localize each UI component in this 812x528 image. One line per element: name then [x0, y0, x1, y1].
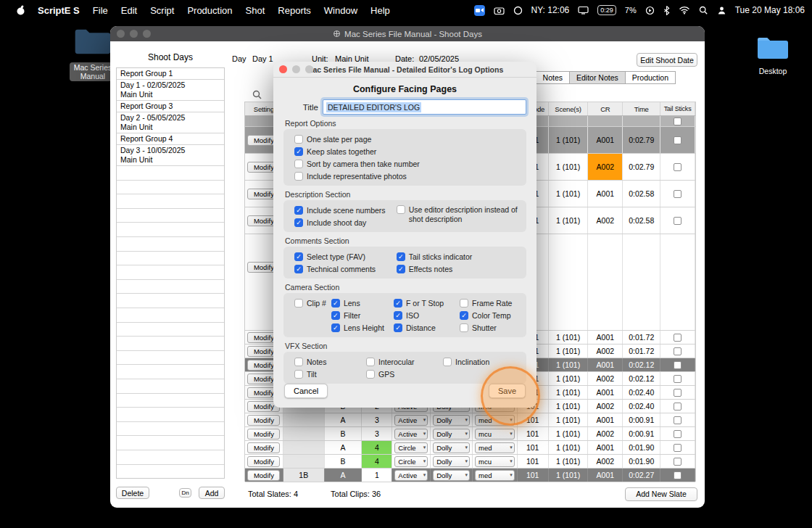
menu-production[interactable]: Production: [181, 5, 239, 16]
camera-icon[interactable]: [494, 7, 505, 15]
tab-editor-notes[interactable]: Editor Notes: [569, 71, 626, 84]
checkbox-include-representative-photos[interactable]: Include representative photos: [294, 170, 512, 182]
checkbox-frame-rate[interactable]: Frame Rate: [460, 297, 525, 309]
tail-sticks-checkbox[interactable]: [674, 389, 682, 397]
menu-reports[interactable]: Reports: [271, 5, 318, 16]
modify-button[interactable]: Modify: [247, 456, 280, 467]
checkbox-interocular[interactable]: Interocular: [366, 355, 443, 368]
sidebar-item-day-1-02-05-2025[interactable]: Day 1 - 02/05/2025Main Unit: [117, 80, 224, 101]
status-select[interactable]: Active▾: [394, 470, 428, 481]
tail-sticks-checkbox[interactable]: [674, 190, 682, 198]
status-select[interactable]: Active▾: [394, 415, 428, 426]
size-select[interactable]: med▾: [475, 415, 515, 426]
sidebar-item-day-3-10-05-2025[interactable]: Day 3 - 10/05/2025Main Unit: [117, 145, 224, 166]
size-select[interactable]: med▾: [475, 470, 515, 481]
dialog-titlebar[interactable]: Mac Series File Manual - Detailed Editor…: [273, 62, 536, 78]
modify-button[interactable]: Modify: [247, 470, 280, 481]
timezone-clock[interactable]: NY: 12:06: [531, 5, 570, 15]
minimize-button[interactable]: [130, 30, 138, 38]
tail-sticks-checkbox[interactable]: [674, 403, 682, 411]
desktop-folder-mac-series-manual[interactable]: Mac Series Manual: [70, 26, 116, 81]
user-icon[interactable]: [717, 6, 726, 15]
menu-window[interactable]: Window: [318, 5, 364, 16]
tail-sticks-checkbox[interactable]: [674, 334, 682, 342]
day-select[interactable]: Day 1: [252, 54, 273, 63]
move-select[interactable]: Dolly▾: [433, 456, 470, 467]
recording-timer[interactable]: 0:29: [597, 5, 616, 15]
close-button[interactable]: [117, 30, 125, 38]
move-select[interactable]: Dolly▾: [433, 470, 470, 481]
dn-button[interactable]: Dn: [179, 488, 191, 498]
play-icon[interactable]: [645, 6, 655, 15]
add-new-slate-button[interactable]: Add New Slate: [625, 487, 697, 501]
dialog-minimize-button[interactable]: [292, 65, 300, 73]
modify-button[interactable]: Modify: [247, 442, 280, 453]
tail-sticks-checkbox[interactable]: [674, 347, 682, 355]
dialog-zoom-button[interactable]: [305, 65, 313, 73]
table-row[interactable]: ModifyB3Active▾Dolly▾mcu▾1011 (101)A0020…: [245, 427, 695, 441]
sidebar-item-report-group-3[interactable]: Report Group 3: [117, 101, 224, 112]
video-app-icon[interactable]: [474, 5, 485, 16]
table-row[interactable]: ModifyA4Circle▾Dolly▾med▾1011 (101)A0010…: [245, 441, 695, 455]
checkbox-technical-comments[interactable]: ✓Technical comments: [294, 263, 397, 275]
add-button[interactable]: Add: [199, 487, 225, 499]
checkbox-lens[interactable]: ✓Lens: [331, 297, 394, 309]
checkbox-one-slate-per-page[interactable]: One slate per page: [294, 133, 512, 145]
size-select[interactable]: med▾: [475, 442, 515, 453]
battery-percent[interactable]: 7%: [625, 6, 637, 15]
record-circle-icon[interactable]: [513, 6, 523, 15]
modify-button[interactable]: Modify: [247, 429, 280, 440]
size-select[interactable]: mcu▾: [475, 456, 515, 467]
zoom-button[interactable]: [143, 30, 151, 38]
tail-sticks-checkbox[interactable]: [674, 117, 682, 125]
app-menu[interactable]: ScriptE S: [31, 5, 86, 16]
wifi-icon[interactable]: [679, 6, 690, 15]
title-input[interactable]: DETAILED EDITOR'S LOG: [323, 99, 526, 115]
menu-shot[interactable]: Shot: [239, 5, 272, 16]
tail-sticks-checkbox[interactable]: [674, 361, 682, 369]
checkbox-notes[interactable]: Notes: [294, 355, 366, 368]
status-select[interactable]: Circle▾: [394, 456, 428, 467]
tail-sticks-checkbox[interactable]: [674, 416, 682, 424]
apple-menu[interactable]: [10, 5, 31, 15]
sidebar-item-report-group-4[interactable]: Report Group 4: [117, 133, 224, 145]
edit-shoot-date-button[interactable]: Edit Shoot Date: [637, 53, 697, 67]
tail-sticks-checkbox[interactable]: [674, 163, 682, 171]
checkbox-shutter[interactable]: Shutter: [460, 321, 525, 334]
menu-help[interactable]: Help: [364, 5, 397, 16]
move-select[interactable]: Dolly▾: [433, 415, 470, 426]
checkbox-select-type-fav[interactable]: ✓Select type (FAV): [294, 250, 397, 263]
checkbox-lens-height[interactable]: ✓Lens Height: [331, 321, 394, 334]
desktop-folder-desktop[interactable]: Desktop: [754, 35, 792, 75]
tail-sticks-checkbox[interactable]: [674, 458, 682, 466]
checkbox-color-temp[interactable]: ✓Color Temp: [460, 309, 525, 321]
table-row[interactable]: ModifyA3Active▾Dolly▾med▾1011 (101)A0010…: [245, 413, 695, 427]
bluetooth-icon[interactable]: [663, 6, 670, 15]
table-row[interactable]: Modify1BA1Active▾Dolly▾med▾1011 (101)A00…: [245, 469, 695, 482]
tail-sticks-checkbox[interactable]: [674, 430, 682, 438]
tail-sticks-checkbox[interactable]: [674, 217, 682, 225]
checkbox-use-editor-description-instead-of-shot-description[interactable]: Use editor description instead of shot d…: [397, 204, 525, 228]
checkbox-keep-slates-together[interactable]: ✓Keep slates together: [294, 145, 512, 157]
tail-sticks-checkbox[interactable]: [674, 375, 682, 383]
size-select[interactable]: mcu▾: [475, 429, 515, 440]
menu-file[interactable]: File: [86, 5, 115, 16]
tail-sticks-checkbox[interactable]: [674, 136, 682, 144]
menu-script[interactable]: Script: [144, 5, 181, 16]
window-titlebar[interactable]: Mac Series File Manual - Shoot Days: [110, 26, 705, 41]
move-select[interactable]: Dolly▾: [433, 442, 470, 453]
checkbox-gps[interactable]: GPS: [366, 368, 443, 380]
checkbox-f-or-t-stop[interactable]: ✓F or T Stop: [394, 297, 460, 309]
checkbox-tail-sticks-indicator[interactable]: ✓Tail sticks indicator: [397, 250, 525, 263]
checkbox-sort-by-camera-then-take-number[interactable]: Sort by camera then take number: [294, 157, 512, 170]
checkbox-filter[interactable]: ✓Filter: [331, 309, 394, 321]
checkbox-inclination[interactable]: Inclination: [443, 355, 523, 368]
checkbox-include-shoot-day[interactable]: ✓Include shoot day: [294, 216, 397, 228]
tail-sticks-checkbox[interactable]: [674, 471, 682, 479]
tab-production[interactable]: Production: [625, 71, 676, 84]
display-icon[interactable]: [578, 6, 589, 15]
cancel-button[interactable]: Cancel: [284, 384, 328, 398]
save-button[interactable]: Save: [489, 384, 526, 398]
delete-button[interactable]: Delete: [116, 487, 149, 499]
checkbox-tilt[interactable]: Tilt: [294, 368, 366, 380]
